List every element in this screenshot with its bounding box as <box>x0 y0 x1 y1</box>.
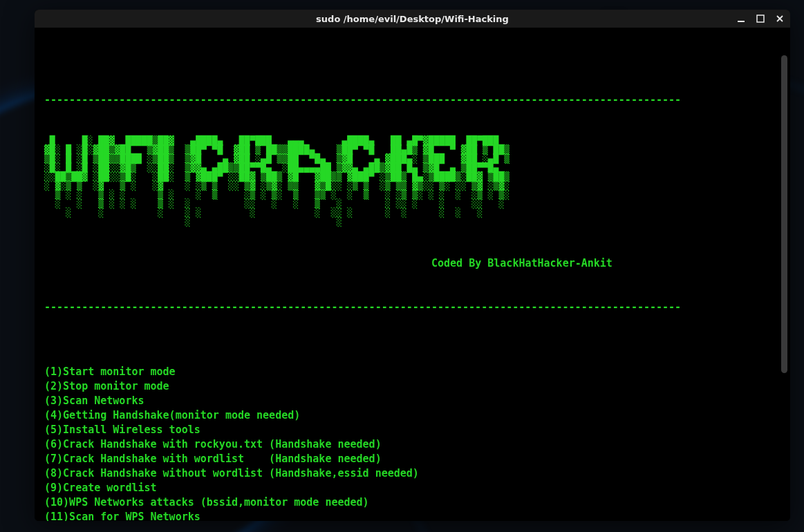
scrollbar[interactable] <box>781 55 787 373</box>
credit-line: Coded By BlackHatHacker-Ankit <box>44 256 783 271</box>
divider-top: ----------------------------------------… <box>44 93 783 107</box>
close-button[interactable] <box>774 12 786 25</box>
maximize-button[interactable] <box>754 12 767 25</box>
svg-rect-1 <box>757 15 764 22</box>
window-title: sudo /home/evil/Desktop/Wifi-Hacking <box>316 14 509 24</box>
menu-item: (2)Stop monitor mode <box>44 380 169 392</box>
svg-rect-0 <box>738 21 745 22</box>
window-titlebar[interactable]: sudo /home/evil/Desktop/Wifi-Hacking <box>35 10 790 28</box>
menu-item: (4)Getting Handshake(monitor mode needed… <box>44 409 300 421</box>
menu-item: (9)Create wordlist <box>44 482 157 494</box>
menu-item: (1)Start monitor mode <box>44 365 176 378</box>
menu-item: (11)Scan for WPS Networks <box>44 511 200 521</box>
menu-item: (7)Crack Handshake with wordlist (Handsh… <box>44 453 382 465</box>
minimize-button[interactable] <box>735 12 747 25</box>
menu-item: (3)Scan Networks <box>44 395 144 407</box>
terminal-body[interactable]: ----------------------------------------… <box>35 28 790 521</box>
window-controls <box>735 10 786 28</box>
divider-mid: ----------------------------------------… <box>44 300 783 314</box>
menu-block: (1)Start monitor mode (2)Stop monitor mo… <box>44 365 783 521</box>
menu-item: (5)Install Wireless tools <box>44 424 200 436</box>
menu-item: (8)Crack Handshake without wordlist (Han… <box>44 467 419 479</box>
terminal-window: sudo /home/evil/Desktop/Wifi-Hacking ---… <box>35 10 790 521</box>
menu-item: (6)Crack Handshake with rockyou.txt (Han… <box>44 438 382 450</box>
menu-item: (10)WPS Networks attacks (bssid,monitor … <box>44 496 369 509</box>
ascii-banner: █ █░ ██▓ █████▒██▓ ▄████▄ ██▀███ ▄▄▄ ▄██… <box>44 136 783 226</box>
